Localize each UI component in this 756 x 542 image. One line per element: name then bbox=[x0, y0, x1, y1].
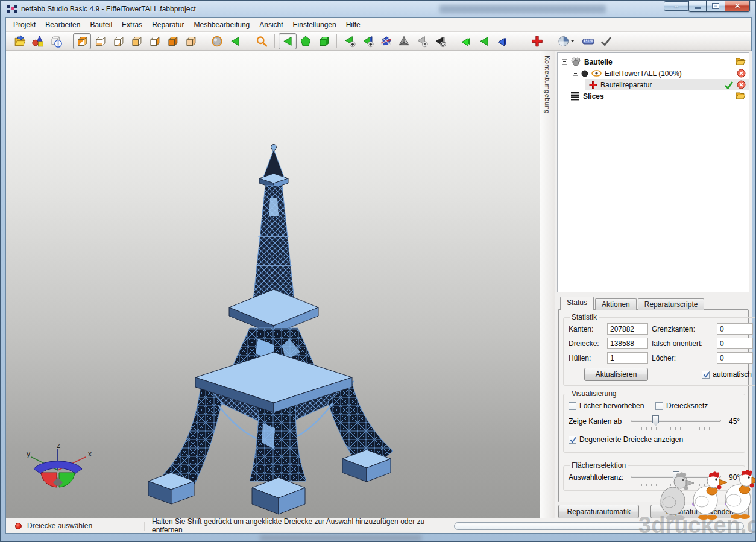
clear-selection-icon[interactable] bbox=[413, 33, 431, 49]
falsch-orientiert-value-field[interactable] bbox=[717, 338, 753, 349]
menu-bar: Projekt Bearbeiten Bauteil Extras Repara… bbox=[6, 18, 751, 32]
client-area: Projekt Bearbeiten Bauteil Extras Repara… bbox=[5, 17, 752, 534]
huellen-value-field[interactable] bbox=[607, 352, 648, 364]
menu-bauteil[interactable]: Bauteil bbox=[85, 19, 117, 31]
model-eiffel-tower[interactable] bbox=[134, 140, 435, 519]
cut-selection-icon[interactable] bbox=[377, 33, 395, 49]
invert-selection-icon[interactable] bbox=[395, 33, 413, 49]
visualisierung-group: Visualisierung Löcher hervorheben Dreiec… bbox=[563, 389, 745, 453]
menu-einstellungen[interactable]: Einstellungen bbox=[288, 19, 341, 31]
minimize-icon bbox=[695, 7, 701, 9]
tab-status[interactable]: Status bbox=[560, 297, 594, 310]
select-all-shells-icon[interactable] bbox=[493, 33, 511, 49]
open-project-icon[interactable] bbox=[11, 33, 29, 49]
tree-item-bauteilreparatur[interactable]: Bauteilreparatur bbox=[558, 79, 749, 90]
remove-repair-icon[interactable] bbox=[737, 80, 746, 89]
render-sphere-icon[interactable] bbox=[208, 33, 226, 49]
view-cube-solid-icon[interactable] bbox=[163, 33, 181, 49]
menu-extras[interactable]: Extras bbox=[117, 19, 147, 31]
zoom-to-part-icon[interactable] bbox=[226, 33, 244, 49]
collapse-expander-icon[interactable] bbox=[562, 59, 567, 65]
shading-mode-dropdown-icon[interactable] bbox=[555, 33, 579, 49]
parts-tree: Bauteile EiffelTowerTALL (100%) Bauteilr… bbox=[557, 52, 749, 292]
apply-check-icon[interactable] bbox=[597, 33, 615, 49]
visibility-eye-icon[interactable] bbox=[591, 70, 602, 77]
menu-hilfe[interactable]: Hilfe bbox=[341, 19, 365, 31]
tree-item-bauteile[interactable]: Bauteile bbox=[558, 56, 749, 68]
measure-icon[interactable] bbox=[579, 33, 597, 49]
close-icon: ✕ bbox=[734, 2, 740, 10]
degenerierte-dreiecke-label: Degenerierte Dreiecke anzeigen bbox=[579, 435, 683, 444]
select-shell-icon[interactable] bbox=[315, 33, 333, 49]
menu-reparatur[interactable]: Reparatur bbox=[147, 19, 189, 31]
tab-bar: Status Aktionen Reparaturscripte bbox=[560, 297, 705, 310]
degenerierte-dreiecke-checkbox[interactable] bbox=[569, 436, 576, 444]
loecher-value-field[interactable] bbox=[717, 352, 753, 364]
view-cube-bottom-icon[interactable] bbox=[91, 33, 109, 49]
loecher-hervorheben-checkbox[interactable] bbox=[569, 402, 576, 410]
netfabb-logo-icon bbox=[7, 5, 17, 14]
loecher-hervorheben-label: Löcher hervorheben bbox=[579, 402, 644, 410]
undo-selection-icon[interactable] bbox=[431, 33, 449, 49]
remove-part-icon[interactable] bbox=[737, 69, 746, 78]
close-button[interactable]: ✕ bbox=[725, 1, 750, 12]
automatisch-label: automatisch bbox=[713, 370, 752, 379]
minimize-button[interactable] bbox=[688, 1, 707, 12]
toolbar bbox=[6, 32, 751, 51]
slider-ticks bbox=[632, 427, 720, 430]
tree-item-slices[interactable]: Slices bbox=[558, 90, 749, 102]
grenzkanten-value-field[interactable] bbox=[717, 323, 753, 335]
repair-ok-check-icon bbox=[724, 81, 734, 89]
repair-icon bbox=[589, 81, 597, 89]
slider-thumb[interactable] bbox=[652, 415, 659, 426]
add-primitive-icon[interactable] bbox=[29, 33, 47, 49]
open-folder-icon[interactable] bbox=[736, 57, 746, 65]
maximize-button[interactable] bbox=[707, 1, 725, 12]
menu-projekt[interactable]: Projekt bbox=[8, 19, 40, 31]
context-tab[interactable]: Kontextumgebung bbox=[540, 51, 555, 519]
window-switch-button[interactable]: ⇔ bbox=[664, 1, 689, 11]
auswahltoleranz-label: Auswahltoleranz: bbox=[569, 471, 631, 482]
check-icon bbox=[702, 371, 710, 379]
dreiecksnetz-checkbox[interactable] bbox=[655, 402, 663, 410]
aktualisieren-button[interactable]: Aktualisieren bbox=[584, 368, 648, 381]
add-surface-selection-icon[interactable] bbox=[359, 33, 377, 49]
tree-item-label: Slices bbox=[583, 92, 604, 101]
add-triangle-selection-icon[interactable] bbox=[341, 33, 359, 49]
kanten-value-field[interactable] bbox=[607, 323, 648, 335]
tab-aktionen[interactable]: Aktionen bbox=[595, 298, 637, 310]
axes-indicator: z y x bbox=[23, 443, 95, 491]
select-triangle-icon[interactable] bbox=[279, 33, 297, 49]
view-cube-left-icon[interactable] bbox=[127, 33, 145, 49]
part-info-icon[interactable] bbox=[47, 33, 65, 49]
view-cube-default-icon[interactable] bbox=[73, 33, 91, 49]
tree-item-eiffeltower[interactable]: EiffelTowerTALL (100%) bbox=[558, 68, 749, 79]
dreiecke-value-field[interactable] bbox=[607, 338, 648, 349]
view-cube-right-icon[interactable] bbox=[145, 33, 163, 49]
tab-reparaturscripte[interactable]: Reparaturscripte bbox=[638, 298, 705, 310]
select-surface-icon[interactable] bbox=[297, 33, 315, 49]
automatisch-checkbox[interactable] bbox=[702, 371, 710, 379]
slider-groove[interactable] bbox=[631, 420, 721, 422]
app-window: netfabb Studio Basic 4.9 - EiffelTowerTA… bbox=[0, 0, 756, 542]
menu-ansicht[interactable]: Ansicht bbox=[254, 19, 288, 31]
menu-meshbearbeitung[interactable]: Meshbearbeitung bbox=[189, 19, 255, 31]
viewport-3d[interactable]: z y x bbox=[6, 51, 540, 519]
view-cube-corner-icon[interactable] bbox=[109, 33, 127, 49]
maximize-icon bbox=[713, 4, 719, 8]
repair-part-icon[interactable] bbox=[528, 33, 546, 49]
tree-item-label: EiffelTowerTALL (100%) bbox=[605, 69, 682, 78]
reparaturautomatik-button[interactable]: Reparaturautomatik bbox=[558, 505, 639, 518]
zoom-icon[interactable] bbox=[253, 33, 271, 49]
view-cube-light-icon[interactable] bbox=[181, 33, 200, 49]
expand-selection-icon[interactable] bbox=[457, 33, 475, 49]
menu-bearbeiten[interactable]: Bearbeiten bbox=[40, 19, 85, 31]
kanten-label: Kanten: bbox=[569, 325, 603, 333]
select-all-triangles-icon[interactable] bbox=[475, 33, 493, 49]
toolbar-separator bbox=[453, 34, 453, 48]
open-folder-icon[interactable] bbox=[736, 92, 746, 99]
zeige-kanten-slider[interactable] bbox=[631, 415, 721, 426]
tree-item-label: Bauteile bbox=[584, 58, 613, 66]
collapse-expander-icon[interactable] bbox=[573, 71, 578, 76]
title-bar: netfabb Studio Basic 4.9 - EiffelTowerTA… bbox=[1, 1, 755, 17]
